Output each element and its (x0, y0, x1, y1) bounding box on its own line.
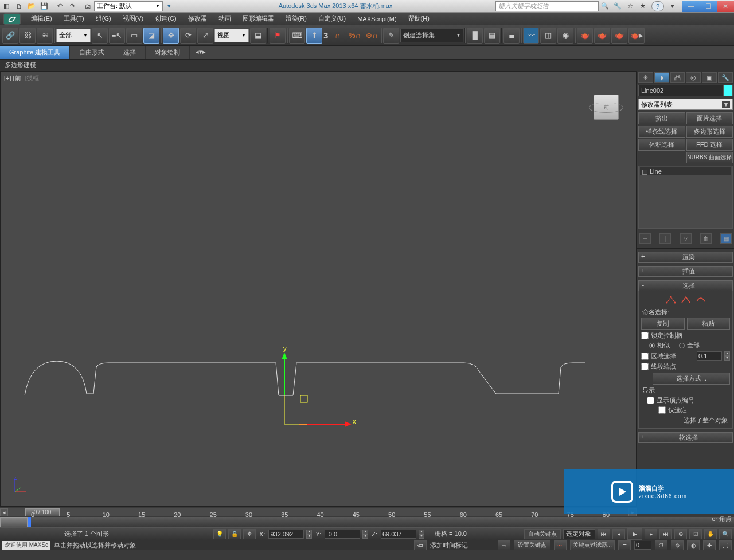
menu-animation[interactable]: 动画 (213, 13, 237, 25)
workspace-dropdown[interactable]: 工作台: 默认▼ (94, 1, 163, 11)
time-config-icon[interactable]: ⏱ (655, 540, 667, 550)
show-end-icon[interactable]: ‖ (659, 233, 671, 244)
copy-sel-button[interactable]: 复制 (641, 318, 685, 330)
ref-coord-dropdown[interactable]: 视图▼ (214, 29, 249, 42)
set-vol[interactable]: 体积选择 (638, 139, 685, 151)
trackbar-toggle[interactable] (0, 517, 28, 527)
lock-handles-checkbox[interactable]: 锁定控制柄 (641, 331, 730, 340)
close-button[interactable]: ✕ (717, 1, 734, 12)
menu-group[interactable]: 组(G) (90, 13, 117, 25)
paste-sel-button[interactable]: 粘贴 (687, 318, 731, 330)
align-tool-icon[interactable]: ▤ (484, 28, 500, 44)
nav-orbit-icon[interactable]: ⊚ (671, 540, 684, 550)
rollout-interpolation[interactable]: +插值 (638, 266, 733, 277)
search-icon[interactable]: 🔍 (599, 1, 611, 11)
select-tool-icon[interactable]: ↖ (92, 28, 108, 44)
minimize-button[interactable]: — (682, 1, 700, 12)
render-prod-icon[interactable]: 🫖▸ (628, 28, 645, 44)
exchange-icon[interactable]: ☆ (624, 1, 637, 11)
only-selected-checkbox[interactable]: 仅选定 (641, 405, 730, 415)
frame-marker[interactable] (28, 517, 31, 527)
timetag-icon[interactable]: 🏷 (414, 540, 427, 550)
menu-help[interactable]: 帮助(H) (403, 13, 435, 25)
bind-tool-icon[interactable]: ≋ (37, 28, 53, 44)
segment-subobj-icon[interactable] (681, 296, 691, 304)
set-spline[interactable]: 样条线选择 (638, 126, 685, 138)
angle-snap-icon[interactable]: ∩ (329, 28, 345, 44)
rect-select-icon[interactable]: ▭ (126, 28, 142, 44)
manipulate-icon[interactable]: ⚑ (270, 28, 286, 44)
frame-ruler[interactable] (0, 517, 734, 527)
menu-modifiers[interactable]: 修改器 (182, 13, 213, 25)
unlink-tool-icon[interactable]: ⛓ (19, 28, 36, 44)
layers-icon[interactable]: ≣ (503, 28, 520, 44)
mirror-tool-icon[interactable]: ▐▌ (467, 28, 483, 44)
project-icon[interactable]: 🗂 (81, 1, 94, 11)
area-select-spinner[interactable]: 0.1 (697, 351, 722, 361)
tab-graphite[interactable]: Graphite 建模工具 (0, 46, 70, 59)
menu-maxscript[interactable]: MAXScript(M) (352, 13, 402, 25)
named-sel-edit-icon[interactable]: ✎ (383, 28, 399, 44)
prev-frame-icon[interactable]: ◂ (612, 529, 625, 539)
vertex-subobj-icon[interactable] (666, 296, 676, 304)
selection-filter-dropdown[interactable]: 全部▼ (56, 29, 91, 42)
nav-fov-icon[interactable]: ◐ (687, 540, 700, 550)
modify-tab-icon[interactable]: ◗ (654, 72, 669, 83)
unique-icon[interactable]: ⩒ (680, 233, 692, 244)
nav-max-icon[interactable]: ⛶ (719, 540, 732, 550)
seg-end-checkbox[interactable]: 线段端点 (641, 362, 730, 371)
ribbon-panel-label[interactable]: 多边形建模 (0, 60, 734, 71)
add-time-tag[interactable]: 添加时间标记 (430, 541, 468, 550)
select-name-icon[interactable]: ≡↖ (109, 28, 125, 44)
open-icon[interactable]: 📂 (25, 1, 38, 11)
goto-start-icon[interactable]: ⏮ (598, 529, 610, 539)
app-logo-icon[interactable] (3, 13, 21, 25)
object-name-input[interactable] (638, 85, 724, 96)
viewport-front[interactable]: [+] [前] [线框] 前 x y z (0, 71, 637, 507)
all-radio[interactable] (679, 343, 685, 348)
hierarchy-tab-icon[interactable]: 品 (670, 72, 685, 83)
favorite-icon[interactable]: ★ (637, 1, 649, 11)
lock-selection-icon[interactable]: 🔒 (228, 529, 241, 539)
goto-end-icon[interactable]: ⏭ (659, 529, 672, 539)
absolute-mode-icon[interactable]: ✥ (243, 529, 256, 539)
time-prev-icon[interactable]: ◂ (0, 508, 8, 516)
rollout-selection[interactable]: -选择 (638, 280, 733, 291)
z-coord-input[interactable]: 69.037 (381, 530, 416, 539)
keymode-icon[interactable]: ⊏ (618, 540, 631, 550)
named-selection-dropdown[interactable]: 创建选择集▼ (400, 29, 463, 42)
maximize-button[interactable]: ☐ (700, 1, 717, 12)
render-frame-icon[interactable]: 🫖 (594, 28, 610, 44)
menu-edit[interactable]: 编辑(E) (25, 13, 58, 25)
tab-selection[interactable]: 选择 (114, 46, 146, 59)
render-icon[interactable]: 🫖 (611, 28, 627, 44)
autokey-button[interactable]: 自动关键点 (524, 529, 561, 539)
keymode-dropdown[interactable]: 选定对象 (563, 529, 595, 539)
move-tool-icon[interactable]: ✥ (163, 28, 179, 44)
motion-tab-icon[interactable]: ◎ (686, 72, 701, 83)
area-spinner-buttons[interactable]: ▲▼ (724, 351, 730, 361)
similar-radio[interactable] (649, 343, 655, 348)
select-by-button[interactable]: 选择方式... (653, 373, 730, 385)
nav-btn-3[interactable]: ✋ (704, 529, 717, 539)
link-tool-icon[interactable]: 🔗 (2, 28, 18, 44)
display-tab-icon[interactable]: ▣ (702, 72, 717, 83)
rollout-softsel[interactable]: +软选择 (638, 432, 733, 443)
y-coord-input[interactable]: -0.0 (325, 530, 360, 539)
app-menu-icon[interactable]: ◧ (0, 1, 13, 11)
percent-snap-icon[interactable]: %∩ (346, 28, 362, 44)
window-crossing-icon[interactable]: ◪ (143, 28, 159, 44)
area-select-checkbox[interactable] (641, 353, 649, 360)
spinner-snap-icon[interactable]: ⊕∩ (364, 28, 380, 44)
snap-toggle-icon[interactable]: ⬆ (306, 28, 322, 44)
prompt-icon[interactable]: 💡 (213, 529, 226, 539)
redo-icon[interactable]: ↷ (66, 1, 79, 11)
isolate-icon[interactable]: ⊸ (498, 540, 510, 550)
time-handle[interactable]: 0 / 100 (25, 508, 60, 516)
play-icon[interactable]: ▶ (627, 528, 642, 540)
connect-icon[interactable]: 🔧 (611, 1, 624, 11)
set-patch[interactable]: 面片选择 (686, 112, 733, 124)
nav-btn-2[interactable]: ⊡ (689, 529, 702, 539)
object-color-swatch[interactable] (724, 85, 733, 96)
key-filters-button[interactable]: 关键点过滤器... (570, 540, 615, 550)
